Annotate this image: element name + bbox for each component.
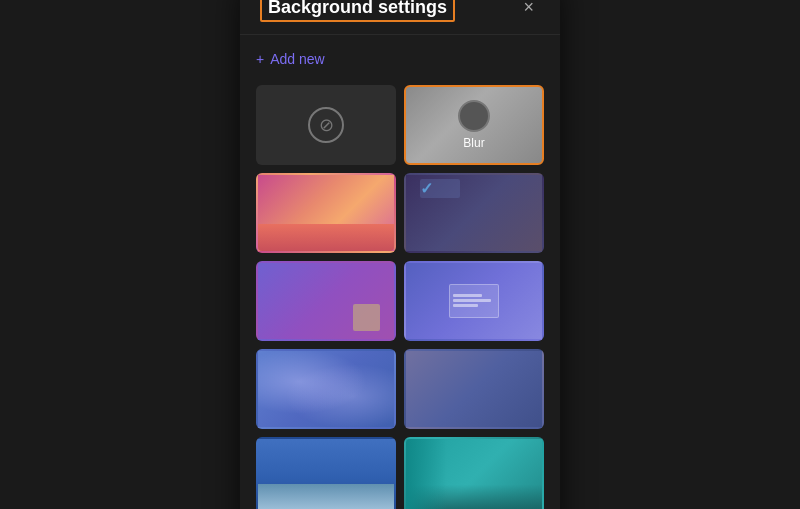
dialog-header: Background settings × bbox=[240, 0, 560, 35]
bg4-line-3 bbox=[453, 304, 478, 307]
no-background-icon: ⊘ bbox=[308, 107, 344, 143]
blur-avatar bbox=[458, 100, 490, 132]
bg4-line-1 bbox=[453, 294, 482, 297]
bg4-line-2 bbox=[453, 299, 491, 302]
bg4-decoration bbox=[449, 284, 499, 318]
background-8[interactable] bbox=[404, 437, 544, 510]
background-1[interactable] bbox=[256, 173, 396, 253]
background-2[interactable] bbox=[404, 173, 544, 253]
background-4[interactable] bbox=[404, 261, 544, 341]
background-6[interactable] bbox=[404, 349, 544, 429]
plus-icon: + bbox=[256, 51, 264, 67]
blur-label: Blur bbox=[463, 136, 484, 150]
add-new-button[interactable]: + Add new bbox=[256, 47, 325, 71]
add-new-label: Add new bbox=[270, 51, 324, 67]
dialog-title: Background settings bbox=[260, 0, 455, 22]
background-none[interactable]: ⊘ bbox=[256, 85, 396, 165]
dialog-body: + Add new ⊘ Blur bbox=[240, 35, 560, 510]
background-7[interactable] bbox=[256, 437, 396, 510]
background-3[interactable] bbox=[256, 261, 396, 341]
background-settings-dialog: Background settings × + Add new ⊘ Blur bbox=[240, 0, 560, 509]
close-button[interactable]: × bbox=[517, 0, 540, 20]
backgrounds-grid: ⊘ Blur bbox=[256, 85, 544, 510]
background-blur[interactable]: Blur bbox=[404, 85, 544, 165]
background-5[interactable] bbox=[256, 349, 396, 429]
